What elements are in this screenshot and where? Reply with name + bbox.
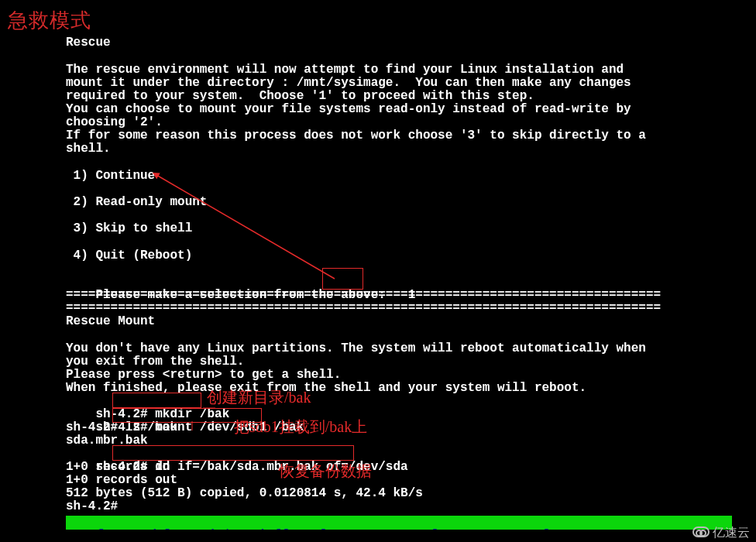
text: If for some reason this process does not… [66, 129, 756, 142]
text: Please press <return> to get a shell. [66, 369, 756, 382]
heading-rescue: Rescue [66, 36, 756, 50]
text: shell. [66, 142, 756, 156]
shell-output: sda.mbr.bak [66, 434, 756, 448]
text: required to your system. Choose '1' to p… [66, 90, 756, 103]
status-bar: [anaconda] 1:main* 2:shell 3:log 4:stora… [66, 516, 732, 530]
status-left: [anaconda] 1:main* 2:shell 3:log 4:stora… [97, 528, 565, 530]
annotation-text-mount: 把sdb1挂载到/bak上 [234, 420, 367, 434]
text: mount it under the directory : /mnt/sysi… [66, 77, 756, 90]
annotation-text-mkdir: 创建新目录/bak [207, 391, 311, 404]
page-title: 急救模式 [8, 14, 91, 27]
shell-output: 512 bytes (512 B) copied, 0.0120814 s, 4… [66, 487, 756, 500]
menu-option-continue[interactable]: 1) Continue [66, 170, 756, 183]
shell-line[interactable]: sh-4.2# ls /bak [66, 421, 756, 434]
text: choosing '2'. [66, 116, 756, 129]
text: You can choose to mount your file system… [66, 103, 756, 116]
shell-output: 1+0 records out [66, 474, 756, 487]
annotation-text-dd: 恢复备份数据 [279, 465, 372, 478]
terminal-screen: 急救模式 Rescue The rescue environment will … [0, 0, 756, 542]
watermark: 亿速云 [692, 526, 750, 539]
menu-option-skip-shell[interactable]: 3) Skip to shell [66, 222, 756, 235]
watermark-icon [692, 527, 710, 537]
shell-prompt[interactable]: sh-4.2# [66, 500, 756, 513]
text: You don't have any Linux partitions. The… [66, 342, 756, 355]
menu-option-readonly[interactable]: 2) Read-only mount [66, 196, 756, 209]
separator: ========================================… [66, 289, 756, 302]
shell-output: 1+0 records in [66, 461, 756, 474]
heading-rescue-mount: Rescue Mount [66, 315, 756, 328]
watermark-text: 亿速云 [713, 526, 750, 539]
text: The rescue environment will now attempt … [66, 63, 756, 77]
text: When finished, please exit from the shel… [66, 382, 756, 395]
separator: ========================================… [66, 302, 756, 315]
text: you exit from the shell. [66, 355, 756, 369]
menu-option-quit[interactable]: 4) Quit (Reboot) [66, 249, 756, 262]
